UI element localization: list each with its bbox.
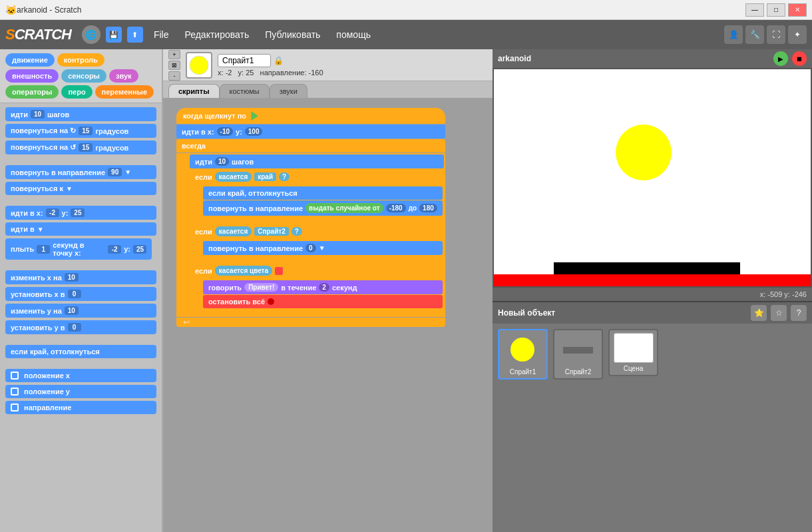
bounce-block[interactable]: если край, оттолкнуться xyxy=(203,186,443,200)
block-turn-left[interactable]: повернуться на ↺ 15 градусов xyxy=(5,140,156,154)
sprite-card-1[interactable]: Спрайт1 xyxy=(498,329,548,380)
stage-coords: x: -509 y: -246 xyxy=(493,288,812,301)
if-color-header[interactable]: если касается цвета xyxy=(190,263,444,278)
green-flag-button[interactable]: ▶ xyxy=(773,51,788,66)
forever-end-cap: ↩ xyxy=(176,318,445,327)
tab-costumes[interactable]: костюмы xyxy=(220,84,270,98)
maximize-button[interactable]: □ xyxy=(767,3,785,17)
if-color-body: говорить Привет! в течение 2 секунд оста… xyxy=(190,279,444,310)
sprite1-ball xyxy=(614,123,674,184)
when-flag-clicked[interactable]: когда щелкнут по xyxy=(176,108,445,124)
share-icon[interactable]: ✦ xyxy=(788,25,807,44)
point-direction-random-block[interactable]: повернуть в направление выдать случайное… xyxy=(203,200,443,216)
block-bounce[interactable]: если край, оттолкнуться xyxy=(5,345,156,358)
upload-icon[interactable]: ⬆ xyxy=(127,27,143,43)
if-sprite2-header[interactable]: если касается Спрайт2 ? xyxy=(190,224,444,239)
account-icon[interactable]: 👤 xyxy=(724,25,743,44)
right-panel: arkanoid ▶ ⏹ x: -509 y: -24 xyxy=(493,49,812,532)
stop-all-block[interactable]: остановить всё xyxy=(203,295,443,308)
block-y-pos[interactable]: положение у xyxy=(5,385,156,398)
block-turn-right[interactable]: повернуться на ↻ 15 градусов xyxy=(5,124,156,138)
zoom-out-btn[interactable]: - xyxy=(168,71,180,81)
category-variables[interactable]: переменные xyxy=(95,85,154,99)
category-pen[interactable]: перо xyxy=(61,85,92,99)
category-sound[interactable]: звук xyxy=(109,69,138,83)
zoom-controls: + ⊠ - xyxy=(168,50,180,81)
close-button[interactable]: ✕ xyxy=(788,3,807,17)
block-go-to[interactable]: идти в ▼ xyxy=(5,222,156,236)
scene-name: Сцена xyxy=(624,365,643,372)
block-glide[interactable]: плыть 1 секунд в точку x: -2 y: 25 xyxy=(5,238,152,260)
menu-help[interactable]: помощь xyxy=(331,27,376,43)
sprite-name-row: 🔒 xyxy=(218,54,323,67)
forever-block[interactable]: всегда xyxy=(176,139,445,152)
block-change-x[interactable]: изменить х на 10 xyxy=(5,270,156,284)
block-point-towards[interactable]: повернуться к ▼ xyxy=(5,182,156,195)
new-sprite-paint-btn[interactable]: ⭐ xyxy=(751,305,767,321)
block-move-steps[interactable]: идти 10 шагов xyxy=(5,107,156,121)
minimize-button[interactable]: — xyxy=(745,3,764,17)
checkbox-y-pos[interactable] xyxy=(11,388,19,396)
fullscreen-icon[interactable]: ⛶ xyxy=(767,25,785,44)
tab-scripts[interactable]: скрипты xyxy=(168,84,220,98)
zoom-in-btn[interactable]: + xyxy=(168,50,180,59)
settings-icon[interactable]: 🔧 xyxy=(745,25,764,44)
new-sprite-help-btn[interactable]: ? xyxy=(791,305,807,321)
scripts-panel: + ⊠ - 🔒 x: -2 y: 25 направление: -160 xyxy=(163,49,493,532)
block-direction[interactable]: направление xyxy=(5,401,156,414)
sprite2-name: Спрайт2 xyxy=(565,368,592,376)
category-motion[interactable]: движение xyxy=(5,53,55,67)
category-control[interactable]: контроль xyxy=(57,53,104,67)
tab-sounds[interactable]: звуки xyxy=(270,84,307,98)
checkbox-x-pos[interactable] xyxy=(11,372,19,380)
sprite1-thumb xyxy=(503,333,543,366)
block-set-x[interactable]: установить х в 0 xyxy=(5,287,156,301)
scripts-area[interactable]: когда щелкнут по идти в x: -10 y: 100 вс… xyxy=(163,98,493,532)
titlebar-buttons: — □ ✕ xyxy=(745,3,807,17)
go-to-xy-block[interactable]: идти в x: -10 y: 100 xyxy=(176,125,445,138)
category-looks[interactable]: внешность xyxy=(5,69,59,83)
globe-icon[interactable]: 🌐 xyxy=(82,25,101,44)
svg-point-2 xyxy=(510,338,534,362)
sprites-grid: Спрайт1 Спрайт2 Сцена xyxy=(493,324,812,532)
scene-card[interactable]: Сцена xyxy=(608,329,658,376)
block-point-direction[interactable]: повернуть в направление 90 ▼ xyxy=(5,165,156,179)
sprite-thumbnail xyxy=(186,52,212,79)
stage-title: arkanoid xyxy=(498,54,768,63)
titlebar: 🐱 arkanoid - Scratch — □ ✕ xyxy=(0,0,812,20)
say-block[interactable]: говорить Привет! в течение 2 секунд xyxy=(203,280,443,294)
zoom-fit-btn[interactable]: ⊠ xyxy=(168,61,180,70)
main-layout: движение контроль внешность сенсоры звук… xyxy=(0,49,812,532)
stage-area: arkanoid ▶ ⏹ x: -509 y: -24 xyxy=(493,49,812,302)
sprite-card-2[interactable]: Спрайт2 xyxy=(553,329,603,380)
titlebar-title: arkanoid - Scratch xyxy=(17,5,745,15)
blocks-list: идти 10 шагов повернуться на ↻ 15 градус… xyxy=(0,103,162,532)
block-change-y[interactable]: изменить у на 10 xyxy=(5,304,156,318)
if-edge-cap xyxy=(190,218,444,223)
category-sensing[interactable]: сенсоры xyxy=(61,69,106,83)
menu-edit[interactable]: Редактировать xyxy=(180,27,255,43)
if-edge-header[interactable]: если касается край ? xyxy=(190,169,444,184)
block-x-pos[interactable]: положение х xyxy=(5,369,156,382)
if-sprite2-cap xyxy=(190,257,444,262)
scratch-logo: SCRATCH xyxy=(5,26,71,43)
sprite-name-input[interactable] xyxy=(218,54,271,67)
menu-file[interactable]: File xyxy=(148,27,174,43)
sprite-direction-val: -160 xyxy=(309,69,323,77)
stop-button[interactable]: ⏹ xyxy=(792,51,807,66)
if-sprite2-block: если касается Спрайт2 ? повернуть в напр… xyxy=(190,224,444,262)
category-operators[interactable]: операторы xyxy=(5,85,59,99)
red-bar xyxy=(494,274,811,286)
new-sprite-surprise-btn[interactable]: ☆ xyxy=(771,305,787,321)
checkbox-direction[interactable] xyxy=(11,403,19,411)
point-direction-0-block[interactable]: повернуть в направление 0 ▼ xyxy=(203,241,443,255)
sprite-coords: x: -2 y: 25 направление: -160 xyxy=(218,69,323,77)
if-color-cap xyxy=(190,310,444,316)
block-go-xy[interactable]: идти в x: -2 y: 25 xyxy=(5,206,156,220)
block-set-y[interactable]: установить у в 0 xyxy=(5,320,156,334)
sprite-y-val: 25 xyxy=(246,69,254,77)
menu-publish[interactable]: Публиковать xyxy=(260,27,325,43)
save-icon[interactable]: 💾 xyxy=(106,27,122,43)
move-steps-block[interactable]: идти 10 шагов xyxy=(190,154,444,168)
sprites-header-title: Новый объект xyxy=(498,308,747,318)
